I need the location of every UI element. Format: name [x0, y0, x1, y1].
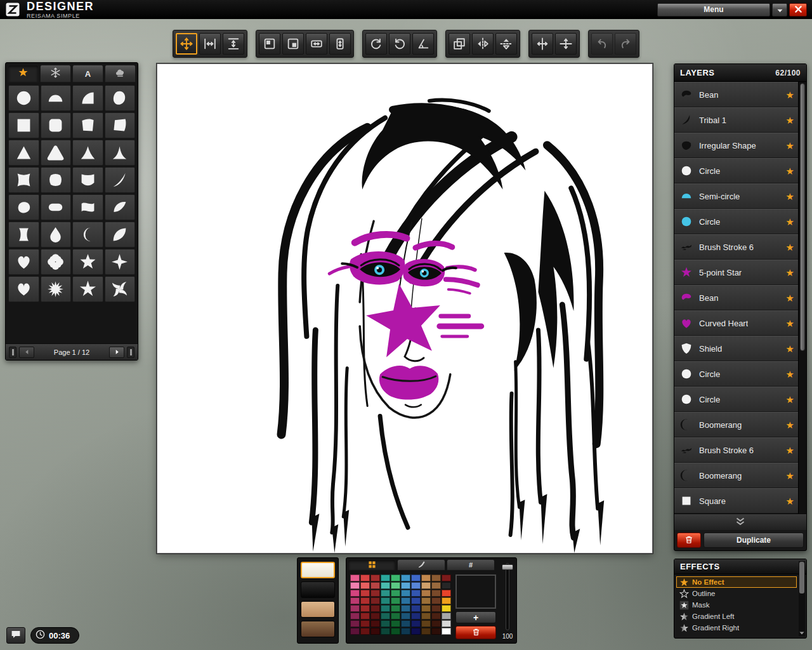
favorite-star-icon[interactable]: ★ [786, 141, 794, 150]
rotate-cw-tool[interactable] [389, 33, 410, 55]
swatch-brown[interactable] [301, 621, 335, 637]
shape-rounded-triangle[interactable] [41, 140, 72, 166]
palette-color[interactable] [401, 613, 410, 620]
favorite-star-icon[interactable]: ★ [786, 420, 794, 430]
palette-color[interactable] [360, 590, 370, 597]
palette-color[interactable] [381, 590, 390, 597]
palette-color[interactable] [370, 590, 380, 597]
layer-row-shield[interactable]: Shield★ [674, 336, 798, 361]
center-vertical-tool[interactable] [555, 33, 577, 55]
favorite-star-icon[interactable]: ★ [786, 319, 794, 328]
palette-color[interactable] [350, 590, 360, 597]
palette-color[interactable] [370, 597, 380, 604]
center-horizontal-tool[interactable] [532, 33, 553, 55]
favorite-star-icon[interactable]: ★ [786, 166, 794, 176]
palette-color[interactable] [401, 605, 410, 612]
flip-vertical-tool[interactable] [495, 33, 517, 55]
shape-tab-text[interactable]: A [72, 65, 103, 83]
layer-row-brush-stroke-6[interactable]: Brush Stroke 6★ [674, 234, 798, 260]
palette-color[interactable] [381, 582, 390, 589]
favorite-star-icon[interactable]: ★ [786, 471, 794, 481]
favorite-star-icon[interactable]: ★ [786, 369, 794, 379]
favorite-star-icon[interactable]: ★ [786, 116, 794, 125]
favorite-star-icon[interactable]: ★ [786, 496, 794, 506]
shape-square[interactable] [8, 112, 39, 138]
favorite-star-icon[interactable]: ★ [786, 446, 794, 455]
palette-color[interactable] [401, 628, 410, 635]
swatch-cream[interactable] [301, 562, 335, 578]
palette-color[interactable] [411, 590, 421, 597]
shape-curved-triangle[interactable] [72, 140, 103, 166]
shape-curl[interactable] [105, 194, 136, 220]
palette-color[interactable] [411, 597, 421, 604]
opacity-slider-track[interactable] [506, 563, 509, 630]
layer-row-curved-heart[interactable]: Curved Heart★ [674, 310, 798, 336]
shape-semicircle[interactable] [41, 85, 72, 111]
favorite-star-icon[interactable]: ★ [786, 217, 794, 227]
layer-row-square[interactable]: Square★ [674, 488, 798, 514]
shape-heart-round[interactable] [8, 276, 39, 302]
palette-color[interactable] [350, 620, 360, 627]
favorite-star-icon[interactable]: ★ [786, 395, 794, 404]
palette-color[interactable] [401, 620, 410, 627]
palette-color[interactable] [350, 574, 360, 581]
shape-pillow-convex[interactable] [41, 167, 72, 193]
palette-color[interactable] [381, 628, 390, 635]
resize-vertical-tool[interactable] [223, 33, 244, 55]
palette-color[interactable] [350, 628, 360, 635]
chat-button[interactable] [6, 627, 25, 644]
shape-star-thin[interactable] [72, 276, 103, 302]
shape-triangle[interactable] [8, 140, 39, 166]
palette-color[interactable] [442, 590, 451, 597]
favorite-star-icon[interactable]: ★ [786, 192, 794, 201]
shape-heart[interactable] [8, 249, 39, 275]
effect-gradient-right[interactable]: Gradient Right [676, 622, 797, 633]
swatch-tan[interactable] [301, 601, 335, 618]
effect-gradient-left[interactable]: Gradient Left [676, 611, 797, 622]
palette-color[interactable] [411, 605, 421, 612]
palette-color[interactable] [421, 620, 431, 627]
shape-droplet[interactable] [41, 222, 72, 248]
favorite-star-icon[interactable]: ★ [786, 344, 794, 354]
palette-color[interactable] [391, 597, 400, 604]
move-tool[interactable] [176, 33, 197, 55]
stretch-vertical-tool[interactable] [329, 33, 351, 55]
shape-wave[interactable] [72, 194, 103, 220]
redo-tool[interactable] [615, 33, 636, 55]
palette-color[interactable] [381, 597, 390, 604]
shape-tab-stickers[interactable] [105, 65, 136, 83]
favorite-star-icon[interactable]: ★ [786, 268, 794, 277]
menu-button[interactable]: Menu [657, 3, 770, 17]
palette-color[interactable] [442, 605, 451, 612]
shape-hourglass[interactable] [8, 222, 39, 248]
palette-color[interactable] [442, 628, 451, 635]
layers-scrollbar[interactable] [798, 82, 806, 514]
swatch-black[interactable] [301, 581, 335, 598]
palette-color[interactable] [360, 582, 370, 589]
palette-color[interactable] [360, 605, 370, 612]
effect-no-effect[interactable]: No Effect [676, 576, 797, 588]
shape-clover[interactable] [41, 249, 72, 275]
palette-color[interactable] [360, 628, 370, 635]
favorite-star-icon[interactable]: ★ [786, 242, 794, 252]
layer-row-tribal-1[interactable]: Tribal 1★ [674, 107, 798, 133]
palette-color[interactable] [401, 574, 410, 581]
palette-color[interactable] [431, 590, 441, 597]
palette-color[interactable] [370, 605, 380, 612]
palette-color[interactable] [401, 597, 410, 604]
drawing-canvas[interactable] [157, 63, 653, 554]
palette-color[interactable] [431, 582, 441, 589]
palette-color[interactable] [442, 582, 451, 589]
shape-crescent[interactable] [72, 222, 103, 248]
shape-burst[interactable] [41, 276, 72, 302]
shape-circle[interactable] [8, 85, 39, 111]
palette-color[interactable] [350, 597, 360, 604]
shape-tab-shapes[interactable] [8, 65, 39, 83]
palette-color[interactable] [442, 597, 451, 604]
palette-color[interactable] [381, 605, 390, 612]
layers-scrollbar-handle[interactable] [800, 83, 805, 351]
stretch-horizontal-tool[interactable] [306, 33, 327, 55]
palette-color[interactable] [391, 574, 400, 581]
palette-color[interactable] [421, 597, 431, 604]
color-tab-palette[interactable] [348, 559, 396, 571]
